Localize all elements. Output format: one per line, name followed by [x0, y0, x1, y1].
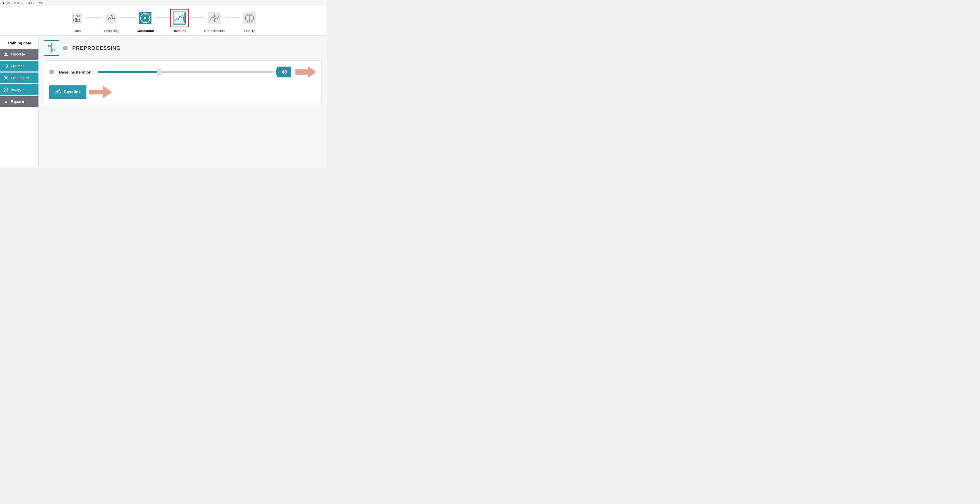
baseline-panel: ? Baseline Iteration : 40: [44, 60, 321, 105]
connector-1: [86, 17, 102, 17]
svg-text:01001: 01001: [73, 15, 80, 17]
baseline-iteration-row: ? Baseline Iteration : 40: [49, 66, 316, 78]
despiking-step-label: Despiking: [104, 29, 119, 33]
export-icon: [3, 99, 9, 105]
import-label: Import ▶: [11, 52, 25, 56]
iteration-help-badge[interactable]: ?: [49, 70, 54, 74]
top-bar: RAM: 39.9% CPU: 0.7%: [0, 0, 327, 6]
pipeline-step-baseline[interactable]: Baseline: [170, 9, 189, 33]
export-button[interactable]: Export ▶: [0, 96, 38, 107]
pipeline-nav: 01001 10110 10101 Data Despiking: [0, 6, 327, 36]
pipeline-step-quality[interactable]: Quality: [240, 9, 259, 33]
pretreat-button[interactable]: 01 10 10 Pretreat: [0, 60, 38, 72]
calibration-step-label: Calibration: [137, 29, 154, 33]
svg-rect-24: [4, 55, 8, 56]
calibration-icon-box: [136, 9, 154, 27]
slider-track: [98, 71, 273, 73]
baseline-iteration-label: Baseline Iteration :: [59, 70, 94, 74]
quality-step-label: Quality: [244, 29, 255, 33]
data-icon-box: 01001 10110 10101: [68, 9, 86, 27]
baseline-slider-container: [98, 68, 273, 76]
preprocess-button[interactable]: Preprocess: [0, 73, 38, 83]
import-icon: [3, 51, 9, 57]
cpu-label: CPU: 0.7%: [27, 1, 43, 5]
data-step-label: Data: [74, 29, 81, 33]
button-annotation-arrow: [89, 86, 112, 99]
svg-marker-25: [5, 52, 7, 55]
pipeline-step-calibration[interactable]: Calibration: [136, 9, 154, 33]
despiking-icon-box: [102, 9, 121, 27]
baseline-button[interactable]: Baseline: [49, 86, 86, 99]
quality-icon-box: [240, 9, 259, 27]
connector-4: [189, 17, 204, 17]
slider-thumb[interactable]: [157, 69, 161, 75]
svg-marker-43: [296, 66, 316, 78]
baseline-btn-label: Baseline: [64, 90, 81, 94]
baseline-btn-icon: [55, 89, 61, 96]
analyze-label: Analyze: [11, 88, 24, 92]
svg-rect-35: [4, 100, 8, 100]
pretreat-label: Pretreat: [11, 64, 24, 68]
normalization-step-label: Normalization: [204, 29, 224, 33]
connector-3: [154, 17, 170, 17]
svg-text:10101: 10101: [73, 20, 80, 23]
slider-value: 40: [282, 70, 287, 75]
analyze-button[interactable]: Analyze: [0, 84, 38, 95]
analyze-icon: [3, 87, 9, 93]
connector-5: [225, 17, 240, 17]
connector-2: [121, 17, 136, 17]
sidebar-title: Training data: [0, 39, 38, 49]
export-label: Export ▶: [11, 100, 25, 104]
preprocessing-header: ? PREPROCESSING: [44, 40, 321, 56]
slider-value-display: 40: [277, 67, 291, 78]
pretreat-icon: 01 10 10: [3, 63, 9, 69]
svg-text:10: 10: [3, 67, 6, 68]
preprocess-icon: [3, 75, 9, 81]
import-button[interactable]: Import ▶: [0, 49, 38, 60]
slider-annotation-arrow: [296, 66, 316, 78]
main-content: ? PREPROCESSING ? Baseline Iteration : 4…: [39, 36, 327, 167]
baseline-button-area: Baseline: [49, 86, 316, 99]
sidebar: Training data Import ▶ 01 10 10: [0, 36, 39, 167]
baseline-icon-box: [170, 9, 189, 27]
main-layout: Training data Import ▶ 01 10 10: [0, 36, 327, 167]
preprocessing-help-badge[interactable]: ?: [63, 46, 68, 50]
svg-marker-36: [5, 101, 7, 104]
normalization-icon-box: [205, 9, 224, 27]
preprocessing-title: PREPROCESSING: [72, 45, 121, 51]
pipeline-step-despiking[interactable]: Despiking: [102, 9, 121, 33]
ram-label: RAM: 39.9%: [3, 1, 22, 5]
slider-fill: [98, 71, 159, 73]
svg-text:10110: 10110: [73, 17, 80, 20]
pipeline-step-normalization[interactable]: Normalization: [204, 9, 224, 33]
baseline-step-label: Baseline: [173, 29, 186, 33]
svg-point-7: [144, 17, 146, 19]
preprocessing-icon: [44, 40, 59, 56]
preprocess-label: Preprocess: [11, 76, 29, 80]
pipeline-step-data[interactable]: 01001 10110 10101 Data: [68, 9, 86, 33]
svg-marker-45: [89, 86, 112, 98]
